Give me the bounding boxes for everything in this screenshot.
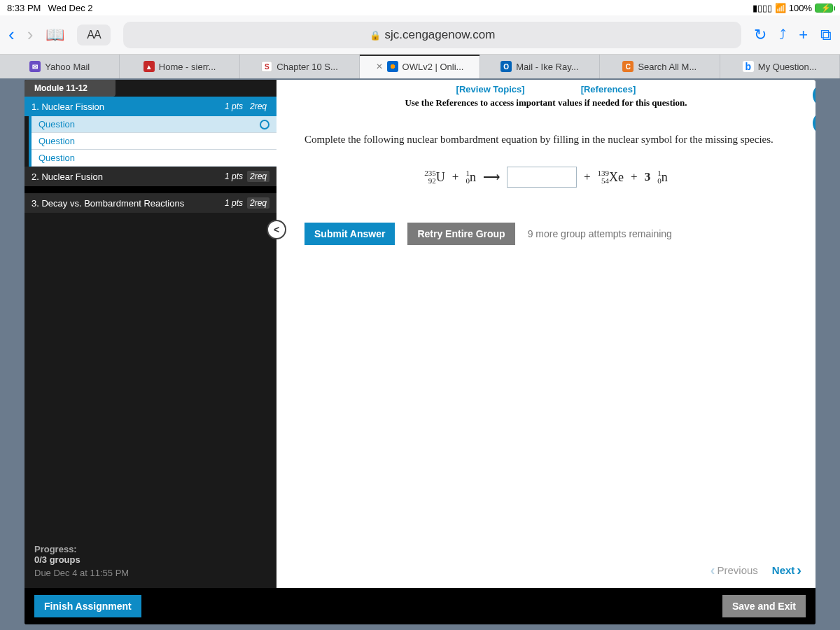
b-icon: b <box>743 61 754 72</box>
question-label: Question <box>38 153 75 163</box>
bookmarks-icon[interactable]: 📖 <box>46 26 64 44</box>
wifi-icon: 📶 <box>775 3 786 13</box>
req-label: 2req <box>247 101 270 112</box>
ipad-status-bar: 8:33 PM Wed Dec 2 ▮▯▯▯ 📶 100% ⚡ <box>0 0 840 15</box>
support-chat-button[interactable] <box>813 83 816 107</box>
tab-strip: ✉Yahoo Mail ▲Home - sierr... SChapter 10… <box>0 55 840 78</box>
next-link[interactable]: Next› <box>772 562 802 578</box>
list-item[interactable]: Question <box>31 116 276 133</box>
home-icon: ▲ <box>144 61 155 72</box>
tab-home[interactable]: ▲Home - sierr... <box>120 55 239 78</box>
back-button[interactable]: ‹ <box>8 24 15 46</box>
share-icon[interactable]: ⤴ <box>779 27 786 43</box>
pts-label: 1 pts <box>225 172 243 181</box>
question-panel: [Review Topics] [References] Use the Ref… <box>276 80 816 588</box>
tab-bartleby[interactable]: bMy Question... <box>720 55 840 78</box>
browser-toolbar: ‹ › 📖 AA sjc.cengagenow.com ↻ ⤴ + ⧉ <box>0 15 840 55</box>
signal-icon: ▮▯▯▯ <box>752 3 772 13</box>
pts-label: 1 pts <box>225 102 243 111</box>
battery-icon: ⚡ <box>815 4 833 13</box>
owl-frame: Module 11-12 1. Nuclear Fission 1 pts2re… <box>24 80 816 624</box>
tab-label: Mail - Ike Ray... <box>516 62 578 72</box>
req-label: 2req <box>247 171 270 182</box>
close-tab-icon[interactable]: ✕ <box>376 62 383 71</box>
element-symbol: n <box>470 170 476 185</box>
plus-sign: + <box>584 170 591 184</box>
tabs-overview-icon[interactable]: ⧉ <box>820 26 832 44</box>
url-text: sjc.cengagenow.com <box>385 28 496 42</box>
tab-label: My Question... <box>758 62 817 72</box>
missing-species-input[interactable] <box>507 167 577 188</box>
reload-icon[interactable]: ↻ <box>754 26 766 44</box>
collapse-sidebar-handle[interactable] <box>267 220 286 239</box>
tab-label: Home - sierr... <box>159 62 216 72</box>
atomic-number: 54 <box>598 177 610 185</box>
sidebar-item-fusion[interactable]: 2. Nuclear Fusion 1 pts2req <box>24 167 276 186</box>
sidebar-item-fission[interactable]: 1. Nuclear Fission 1 pts2req <box>24 97 276 116</box>
tab-owlv2[interactable]: ✕OWLv2 | Onli... <box>360 55 479 78</box>
tab-outlook[interactable]: OMail - Ike Ray... <box>480 55 600 78</box>
status-ring-icon <box>260 120 270 130</box>
help-button[interactable]: ? <box>813 111 816 135</box>
tab-label: Chapter 10 S... <box>276 62 337 72</box>
status-time: 8:33 PM <box>7 3 41 13</box>
save-and-exit-button[interactable]: Save and Exit <box>722 595 806 617</box>
attempts-remaining: 9 more group attempts remaining <box>528 228 672 239</box>
mail-icon: ✉ <box>29 61 41 72</box>
tab-label: OWLv2 | Onli... <box>402 62 464 72</box>
module-tab[interactable]: Module 11-12 <box>24 80 115 97</box>
nav-label: Previous <box>717 564 757 576</box>
review-topics-link[interactable]: [Review Topics] <box>456 84 525 94</box>
atomic-number: 92 <box>424 177 436 185</box>
equation: 23592U + 10n ⟶ + 13954Xe + 3 10n <box>304 167 788 188</box>
section-title: 3. Decay vs. Bombardment Reactions <box>31 198 184 209</box>
owl-icon <box>387 61 398 72</box>
app-content: Module 11-12 1. Nuclear Fission 1 pts2re… <box>0 78 840 630</box>
progress-title: Progress: <box>34 544 267 554</box>
chegg-icon: C <box>622 61 634 72</box>
element-symbol: n <box>662 170 668 185</box>
submit-answer-button[interactable]: Submit Answer <box>304 223 395 245</box>
references-link[interactable]: [References] <box>581 84 636 94</box>
status-date: Wed Dec 2 <box>48 3 92 13</box>
assignment-sidebar: Module 11-12 1. Nuclear Fission 1 pts2re… <box>24 80 276 588</box>
question-prompt: Complete the following nuclear bombardme… <box>304 134 788 146</box>
text-size-button[interactable]: AA <box>77 24 110 46</box>
list-item[interactable]: Question <box>31 133 276 150</box>
question-label: Question <box>38 119 75 130</box>
plus-sign: + <box>452 170 459 184</box>
tab-yahoo-mail[interactable]: ✉Yahoo Mail <box>0 55 120 78</box>
chevron-right-icon: › <box>797 562 802 578</box>
tab-label: Yahoo Mail <box>45 62 90 72</box>
sidebar-item-decay[interactable]: 3. Decay vs. Bombardment Reactions 1 pts… <box>24 193 276 213</box>
new-tab-icon[interactable]: + <box>799 26 808 44</box>
address-bar[interactable]: sjc.cengagenow.com <box>123 22 741 48</box>
plus-sign: + <box>631 170 638 184</box>
progress-groups: 0/3 groups <box>34 554 267 565</box>
question-label: Question <box>38 136 75 146</box>
tab-chapter[interactable]: SChapter 10 S... <box>240 55 360 78</box>
pts-label: 1 pts <box>225 198 243 208</box>
req-label: 2req <box>247 197 270 209</box>
coefficient: 3 <box>645 170 651 183</box>
chevron-left-icon: ‹ <box>710 562 715 578</box>
progress-block: Progress: 0/3 groups Due Dec 4 at 11:55 … <box>24 534 276 588</box>
forward-button[interactable]: › <box>27 24 34 46</box>
retry-group-button[interactable]: Retry Entire Group <box>407 223 514 245</box>
nav-label: Next <box>772 564 795 576</box>
tab-chegg[interactable]: CSearch All M... <box>600 55 720 78</box>
outlook-icon: O <box>500 61 512 72</box>
previous-link[interactable]: ‹Previous <box>710 562 758 578</box>
section-title: 1. Nuclear Fission <box>31 102 104 112</box>
battery-pct: 100% <box>789 3 812 13</box>
tab-label: Search All M... <box>638 62 696 72</box>
lock-icon <box>370 28 381 42</box>
list-item[interactable]: Question <box>31 150 276 167</box>
element-symbol: U <box>436 170 445 185</box>
s-icon: S <box>261 61 272 72</box>
finish-assignment-button[interactable]: Finish Assignment <box>34 595 141 617</box>
support-widgets: ? <box>813 83 816 135</box>
question-list: Question Question Question <box>29 116 276 167</box>
references-note: Use the References to access important v… <box>293 97 799 108</box>
section-title: 2. Nuclear Fusion <box>31 172 103 182</box>
